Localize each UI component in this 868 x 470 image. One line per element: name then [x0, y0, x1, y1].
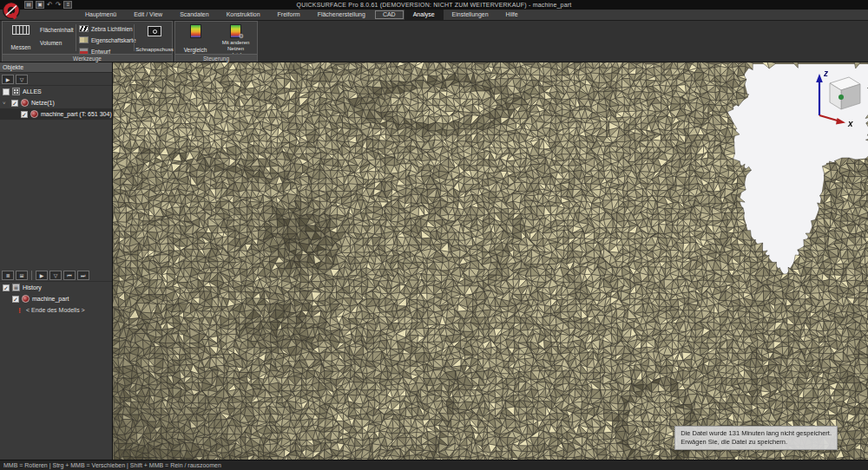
- tree-item-netze[interactable]: ˅ ✓ Netze(1): [0, 97, 112, 108]
- list-view-icon[interactable]: ≣: [2, 271, 14, 280]
- tree-item-history[interactable]: ✓ ≣ History: [0, 282, 112, 293]
- status-bar: MMB = Rotieren | Strg + MMB = Verschiebe…: [0, 460, 868, 470]
- ribbon-group-steuerung: Vergleich ⚙ Mit anderen Netzen vergleich…: [174, 21, 258, 62]
- alles-label: ALLES: [23, 88, 42, 95]
- title-bar: ▤ ▣ ↶ ↷ ≡ QUICKSURFACE Pro 8.0.61 (DEMOV…: [0, 0, 868, 10]
- netze-checkbox[interactable]: ✓: [11, 100, 18, 107]
- application-window: ▤ ▣ ↶ ↷ ≡ QUICKSURFACE Pro 8.0.61 (DEMOV…: [0, 0, 868, 470]
- objekte-toolbar: ▶ ▽: [0, 73, 112, 86]
- mesh-group-icon: [21, 99, 29, 107]
- x-axis-label: x: [847, 119, 853, 127]
- ribbon-group-werkzeuge: Messen Flächeninhalt Volumen Zebra Licht…: [2, 21, 173, 62]
- toolbar-divider: [31, 271, 32, 280]
- color-scale-gear-icon: ⚙: [230, 24, 241, 38]
- zebra-lichtlinien-button[interactable]: Zebra Lichtlinien: [79, 23, 133, 34]
- history-machine-part-label: machine_part: [32, 296, 69, 302]
- chevron-down-icon[interactable]: ˅: [3, 101, 9, 106]
- group-label-steuerung: Steuerung: [175, 54, 257, 62]
- history-machine-part-checkbox[interactable]: ✓: [12, 296, 19, 303]
- menu-cad[interactable]: CAD: [374, 10, 404, 20]
- mesh-icon: [22, 295, 30, 303]
- z-axis-label: z: [823, 69, 828, 78]
- viewport-3d[interactable]: z x Die Datei wurde 131 Minuten lang nic…: [113, 62, 868, 460]
- mit-anderen-label-line1: Mit anderen: [214, 40, 257, 46]
- objekte-panel-header: Objekte: [0, 62, 112, 73]
- menu-hilfe[interactable]: Hilfe: [497, 10, 527, 20]
- replay-icon[interactable]: ▶: [36, 271, 48, 280]
- tree-item-machine-part[interactable]: ✓ machine_part (T: 651 304): [0, 108, 112, 120]
- play-icon[interactable]: ▶: [2, 75, 14, 84]
- all-objects-icon: [12, 88, 20, 95]
- history-checkbox[interactable]: ✓: [3, 284, 10, 291]
- schnappschuss-button[interactable]: Schnappschuss: [135, 26, 174, 55]
- menu-konstruktion[interactable]: Konstruktion: [218, 10, 269, 20]
- vergleich-button[interactable]: Vergleich: [178, 24, 213, 55]
- menu-einstellungen[interactable]: Einstellungen: [444, 10, 497, 20]
- group-label-werkzeuge: Werkzeuge: [3, 54, 172, 62]
- camera-icon: [148, 26, 161, 36]
- mesh-canvas[interactable]: [113, 62, 868, 460]
- tree-item-history-machine-part[interactable]: ✓ machine_part: [0, 293, 112, 304]
- tree-view-icon[interactable]: ⊞: [16, 271, 28, 280]
- ribbon-separator: [76, 24, 76, 51]
- tree-item-alles[interactable]: ✓ ALLES: [0, 86, 112, 97]
- history-toolbar: ≣ ⊞ ▶ ▽ ⏮ ⏭: [0, 269, 112, 282]
- mouse-hints: MMB = Rotieren | Strg + MMB = Verschiebe…: [3, 462, 221, 468]
- zebra-label: Zebra Lichtlinien: [91, 26, 133, 32]
- notification-line1: Die Datei wurde 131 Minuten lang nicht g…: [681, 429, 832, 438]
- ribbon: Messen Flächeninhalt Volumen Zebra Licht…: [0, 21, 868, 62]
- unsaved-file-notification: Die Datei wurde 131 Minuten lang nicht g…: [674, 426, 838, 450]
- tree-item-end-of-model[interactable]: ! < Ende des Modells >: [0, 304, 112, 316]
- mesh-icon: [30, 110, 38, 118]
- y-axis-dot: [838, 95, 844, 100]
- messen-label: Messen: [11, 44, 31, 50]
- app-logo-icon[interactable]: [2, 1, 21, 20]
- warning-icon: !: [16, 306, 23, 315]
- window-title: QUICKSURFACE Pro 8.0.61 (DEMOVERSION: NI…: [0, 0, 868, 10]
- eigenschaftskarte-label: Eigenschaftskarte: [91, 37, 136, 43]
- history-panel: ≣ ⊞ ▶ ▽ ⏮ ⏭ ✓ ≣ History ✓ machine_part !…: [0, 269, 112, 316]
- history-icon: ≣: [12, 284, 20, 291]
- menu-flaechenerstellung[interactable]: Flächenerstellung: [309, 10, 374, 20]
- menu-bar: Hauptmenü Edit / View Scandaten Konstruk…: [0, 10, 868, 21]
- orientation-cube[interactable]: z x: [800, 65, 863, 127]
- menu-hauptmenu[interactable]: Hauptmenü: [76, 10, 125, 20]
- flaecheninhalt-button[interactable]: Flächeninhalt: [40, 27, 74, 33]
- color-scale-icon: [190, 24, 201, 38]
- volumen-button[interactable]: Volumen: [40, 40, 62, 46]
- ribbon-separator: [134, 24, 135, 51]
- side-panel: Objekte ▶ ▽ ✓ ALLES ˅ ✓ Netze(1) ✓ machi…: [0, 62, 113, 460]
- vergleich-label: Vergleich: [184, 47, 207, 53]
- menu-analyse[interactable]: Analyse: [404, 10, 444, 20]
- history-label: History: [23, 284, 42, 290]
- ruler-icon: [12, 25, 30, 35]
- skip-to-start-icon[interactable]: ⏮: [63, 271, 76, 280]
- netze-label: Netze(1): [31, 100, 55, 106]
- property-map-icon: [79, 36, 89, 43]
- filter-icon[interactable]: ▽: [16, 75, 28, 84]
- gear-icon: ⚙: [239, 33, 244, 40]
- alles-checkbox[interactable]: ✓: [3, 88, 10, 95]
- schnappschuss-label: Schnappschuss: [135, 46, 174, 52]
- zebra-stripes-icon: [79, 25, 89, 32]
- history-filter-icon[interactable]: ▽: [49, 271, 62, 280]
- messen-button[interactable]: Messen: [5, 25, 36, 53]
- machine-part-checkbox[interactable]: ✓: [21, 111, 28, 118]
- menu-edit-view[interactable]: Edit / View: [125, 10, 171, 20]
- menu-freiform[interactable]: Freiform: [269, 10, 309, 20]
- end-of-model-label: < Ende des Modells >: [26, 307, 85, 313]
- machine-part-label: machine_part (T: 651 304): [41, 111, 112, 117]
- skip-to-end-icon[interactable]: ⏭: [77, 271, 89, 280]
- notification-line2: Erwägen Sie, die Datei zu speichern.: [681, 438, 832, 447]
- menu-scandaten[interactable]: Scandaten: [171, 10, 217, 20]
- eigenschaftskarte-button[interactable]: Eigenschaftskarte: [79, 35, 136, 45]
